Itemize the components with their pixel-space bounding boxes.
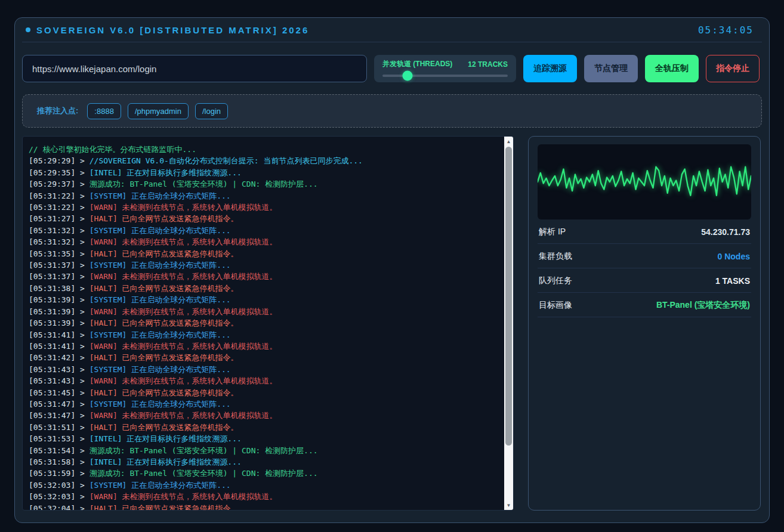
threads-panel: 并发轨道 (THREADS) 12 TRACKS [374, 55, 516, 82]
log-line: [05:31:41] > [SYSTEM] 正在启动全球分布式矩阵... [29, 329, 495, 341]
log-line: [05:31:47] > [WARN] 未检测到在线节点，系统转入单机模拟轨道。 [29, 410, 495, 421]
stat-value: 54.230.71.73 [701, 227, 750, 237]
stat-value: BT-Panel (宝塔安全环境) [656, 300, 750, 311]
threads-slider[interactable] [382, 75, 508, 77]
scrollbar-thumb[interactable] [505, 147, 512, 446]
stat-label: 目标画像 [539, 300, 572, 311]
log-line: [05:31:39] > [SYSTEM] 正在启动全球分布式矩阵... [29, 294, 495, 305]
target-url-input[interactable] [22, 55, 367, 82]
stat-cluster-load: 集群负载 0 Nodes [538, 244, 751, 268]
waveform-box [538, 144, 751, 219]
app-window: SOVEREIGN V6.0 [DISTRIBUTED MATRIX] 2026… [14, 17, 770, 523]
stat-value: 0 Nodes [718, 252, 750, 261]
log-line: [05:31:45] > [HALT] 已向全网节点发送紧急停机指令。 [29, 387, 495, 398]
main-area: // 核心引擎初始化完毕。分布式链路监听中...[05:29:29] > //S… [22, 136, 762, 511]
log-line: [05:31:54] > 溯源成功: BT-Panel (宝塔安全环境) | C… [29, 445, 495, 456]
suppress-button[interactable]: 全轨压制 [645, 55, 699, 82]
log-line: [05:31:32] > [SYSTEM] 正在启动全球分布式矩阵... [29, 225, 495, 236]
status-dot-icon [26, 27, 30, 32]
log-line: [05:31:37] > [SYSTEM] 正在启动全球分布式矩阵... [29, 259, 495, 271]
log-line: [05:31:37] > [WARN] 未检测到在线节点，系统转入单机模拟轨道。 [29, 271, 495, 282]
stat-value: 1 TASKS [715, 276, 750, 286]
console-panel: // 核心引擎初始化完毕。分布式链路监听中...[05:29:29] > //S… [22, 136, 514, 511]
log-line: [05:31:38] > [HALT] 已向全网节点发送紧急停机指令。 [29, 283, 495, 294]
log-line: [05:29:37] > 溯源成功: BT-Panel (宝塔安全环境) | C… [29, 178, 495, 190]
log-line: [05:31:32] > [WARN] 未检测到在线节点，系统转入单机模拟轨道。 [29, 236, 495, 248]
injection-panel: 推荐注入点: :8888 /phpmyadmin /login [22, 94, 762, 128]
console-log: // 核心引擎初始化完毕。分布式链路监听中...[05:29:29] > //S… [23, 137, 513, 511]
header: SOVEREIGN V6.0 [DISTRIBUTED MATRIX] 2026… [22, 18, 762, 42]
log-line: [05:31:47] > [SYSTEM] 正在启动全球分布式矩阵... [29, 398, 495, 410]
threads-count: 12 TRACKS [468, 60, 508, 69]
trace-button[interactable]: 追踪溯源 [523, 55, 577, 82]
log-line: [05:31:27] > [HALT] 已向全网节点发送紧急停机指令。 [29, 213, 495, 224]
log-line: [05:31:22] > [SYSTEM] 正在启动全球分布式矩阵... [29, 190, 495, 202]
stat-label: 解析 IP [539, 227, 566, 237]
stop-button[interactable]: 指令停止 [706, 55, 760, 82]
scroll-down-icon[interactable]: ▼ [504, 500, 513, 510]
log-line: [05:31:39] > [HALT] 已向全网节点发送紧急停机指令。 [29, 317, 495, 329]
log-line: [05:32:03] > [SYSTEM] 正在启动全球分布式矩阵... [29, 480, 495, 491]
clock: 05:34:05 [698, 24, 754, 36]
log-line: [05:29:29] > //SOVEREIGN V6.0-自动化分布式控制台提… [29, 155, 495, 166]
log-line: [05:29:35] > [INTEL] 正在对目标执行多维指纹溯源... [29, 167, 495, 178]
waveform-chart [538, 144, 751, 219]
threads-label: 并发轨道 (THREADS) [382, 59, 452, 69]
page-title-text: SOVEREIGN V6.0 [DISTRIBUTED MATRIX] 2026 [36, 25, 309, 35]
injection-tag-phpmyadmin[interactable]: /phpmyadmin [128, 103, 189, 119]
log-line: [05:31:22] > [WARN] 未检测到在线节点，系统转入单机模拟轨道。 [29, 202, 495, 213]
log-line: [05:31:58] > [INTEL] 正在对目标执行多维指纹溯源... [29, 456, 495, 468]
injection-label: 推荐注入点: [37, 106, 78, 116]
stat-queue-tasks: 队列任务 1 TASKS [538, 268, 751, 293]
scroll-up-icon[interactable]: ▲ [504, 137, 513, 146]
log-line: [05:31:59] > 溯源成功: BT-Panel (宝塔安全环境) | C… [29, 468, 495, 479]
stat-label: 集群负载 [539, 251, 572, 262]
log-line: [05:32:03] > [WARN] 未检测到在线节点，系统转入单机模拟轨道。 [29, 491, 495, 502]
stat-label: 队列任务 [539, 276, 572, 286]
threads-slider-thumb[interactable] [403, 71, 413, 81]
stat-resolved-ip: 解析 IP 54.230.71.73 [538, 219, 751, 244]
log-line: [05:31:43] > [SYSTEM] 正在启动全球分布式矩阵... [29, 364, 495, 375]
nodes-button[interactable]: 节点管理 [584, 55, 638, 82]
log-line: [05:31:43] > [WARN] 未检测到在线节点，系统转入单机模拟轨道。 [29, 375, 495, 386]
log-line: // 核心引擎初始化完毕。分布式链路监听中... [29, 144, 495, 155]
log-line: [05:31:39] > [WARN] 未检测到在线节点，系统转入单机模拟轨道。 [29, 306, 495, 317]
intel-panel: 解析 IP 54.230.71.73 集群负载 0 Nodes 队列任务 1 T… [528, 136, 761, 511]
console-scrollbar[interactable]: ▲ ▼ [504, 137, 513, 510]
log-line: [05:31:51] > [HALT] 已向全网节点发送紧急停机指令。 [29, 422, 495, 433]
injection-tag-login[interactable]: /login [195, 103, 228, 119]
log-line: [05:31:41] > [WARN] 未检测到在线节点，系统转入单机模拟轨道。 [29, 341, 495, 352]
injection-tag-port[interactable]: :8888 [87, 103, 121, 119]
stat-target-profile: 目标画像 BT-Panel (宝塔安全环境) [538, 293, 751, 317]
log-line: [05:32:04] > [HALT] 已向全网节点发送紧急停机指令。 [29, 503, 495, 511]
page-title: SOVEREIGN V6.0 [DISTRIBUTED MATRIX] 2026 [26, 25, 309, 35]
log-line: [05:31:42] > [HALT] 已向全网节点发送紧急停机指令。 [29, 352, 495, 363]
controls-row: 并发轨道 (THREADS) 12 TRACKS 追踪溯源 节点管理 全轨压制 … [22, 55, 762, 82]
log-line: [05:31:35] > [HALT] 已向全网节点发送紧急停机指令。 [29, 248, 495, 259]
log-line: [05:31:53] > [INTEL] 正在对目标执行多维指纹溯源... [29, 433, 495, 444]
